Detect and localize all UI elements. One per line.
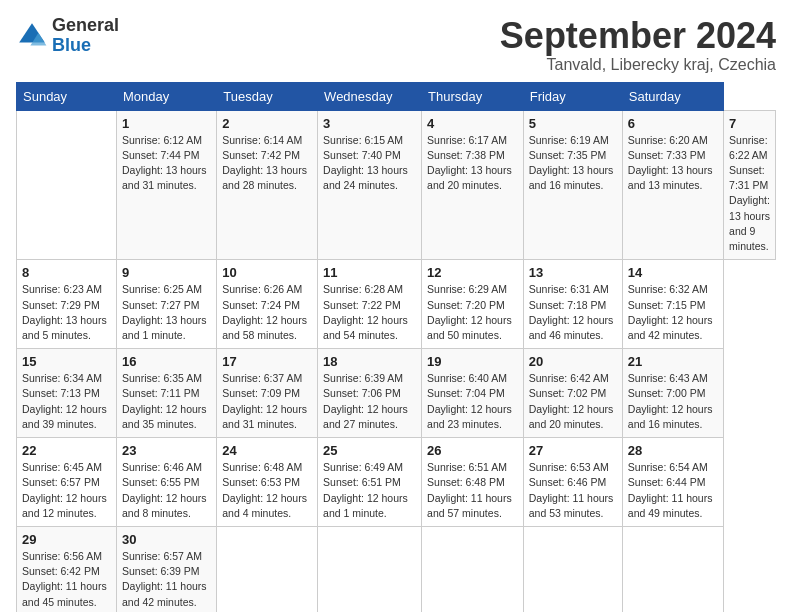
calendar-cell: 20Sunrise: 6:42 AMSunset: 7:02 PMDayligh…	[523, 349, 622, 438]
calendar-cell: 9Sunrise: 6:25 AMSunset: 7:27 PMDaylight…	[116, 260, 216, 349]
day-info: Sunrise: 6:45 AMSunset: 6:57 PMDaylight:…	[22, 460, 111, 521]
calendar-cell	[523, 526, 622, 612]
calendar-cell: 14Sunrise: 6:32 AMSunset: 7:15 PMDayligh…	[622, 260, 723, 349]
day-number: 6	[628, 116, 718, 131]
day-number: 3	[323, 116, 416, 131]
day-number: 23	[122, 443, 211, 458]
calendar-cell	[217, 526, 318, 612]
calendar-cell: 1Sunrise: 6:12 AMSunset: 7:44 PMDaylight…	[116, 110, 216, 260]
header-monday: Monday	[116, 82, 216, 110]
header-thursday: Thursday	[422, 82, 524, 110]
calendar-cell: 16Sunrise: 6:35 AMSunset: 7:11 PMDayligh…	[116, 349, 216, 438]
calendar-cell: 6Sunrise: 6:20 AMSunset: 7:33 PMDaylight…	[622, 110, 723, 260]
calendar-cell: 11Sunrise: 6:28 AMSunset: 7:22 PMDayligh…	[318, 260, 422, 349]
location: Tanvald, Liberecky kraj, Czechia	[500, 56, 776, 74]
calendar-cell	[622, 526, 723, 612]
calendar-cell: 8Sunrise: 6:23 AMSunset: 7:29 PMDaylight…	[17, 260, 117, 349]
calendar-cell: 22Sunrise: 6:45 AMSunset: 6:57 PMDayligh…	[17, 438, 117, 527]
week-row-3: 22Sunrise: 6:45 AMSunset: 6:57 PMDayligh…	[17, 438, 776, 527]
header-sunday: Sunday	[17, 82, 117, 110]
day-number: 20	[529, 354, 617, 369]
logo-blue: Blue	[52, 36, 119, 56]
day-number: 10	[222, 265, 312, 280]
day-number: 19	[427, 354, 518, 369]
calendar-cell: 25Sunrise: 6:49 AMSunset: 6:51 PMDayligh…	[318, 438, 422, 527]
day-info: Sunrise: 6:49 AMSunset: 6:51 PMDaylight:…	[323, 460, 416, 521]
day-number: 2	[222, 116, 312, 131]
day-info: Sunrise: 6:56 AMSunset: 6:42 PMDaylight:…	[22, 549, 111, 610]
calendar-cell: 7Sunrise: 6:22 AMSunset: 7:31 PMDaylight…	[724, 110, 776, 260]
calendar-cell: 29Sunrise: 6:56 AMSunset: 6:42 PMDayligh…	[17, 526, 117, 612]
day-info: Sunrise: 6:46 AMSunset: 6:55 PMDaylight:…	[122, 460, 211, 521]
calendar-cell: 2Sunrise: 6:14 AMSunset: 7:42 PMDaylight…	[217, 110, 318, 260]
header-friday: Friday	[523, 82, 622, 110]
calendar-cell: 3Sunrise: 6:15 AMSunset: 7:40 PMDaylight…	[318, 110, 422, 260]
logo-general: General	[52, 16, 119, 36]
calendar-cell: 12Sunrise: 6:29 AMSunset: 7:20 PMDayligh…	[422, 260, 524, 349]
calendar-cell: 13Sunrise: 6:31 AMSunset: 7:18 PMDayligh…	[523, 260, 622, 349]
logo-text: General Blue	[52, 16, 119, 56]
day-info: Sunrise: 6:37 AMSunset: 7:09 PMDaylight:…	[222, 371, 312, 432]
logo: General Blue	[16, 16, 119, 56]
day-number: 28	[628, 443, 718, 458]
day-info: Sunrise: 6:19 AMSunset: 7:35 PMDaylight:…	[529, 133, 617, 194]
logo-icon	[16, 20, 48, 52]
day-number: 24	[222, 443, 312, 458]
day-info: Sunrise: 6:20 AMSunset: 7:33 PMDaylight:…	[628, 133, 718, 194]
day-number: 4	[427, 116, 518, 131]
title-block: September 2024 Tanvald, Liberecky kraj, …	[500, 16, 776, 74]
header-wednesday: Wednesday	[318, 82, 422, 110]
calendar-cell: 15Sunrise: 6:34 AMSunset: 7:13 PMDayligh…	[17, 349, 117, 438]
week-row-4: 29Sunrise: 6:56 AMSunset: 6:42 PMDayligh…	[17, 526, 776, 612]
day-number: 29	[22, 532, 111, 547]
calendar-cell: 4Sunrise: 6:17 AMSunset: 7:38 PMDaylight…	[422, 110, 524, 260]
day-number: 12	[427, 265, 518, 280]
calendar-cell	[17, 110, 117, 260]
day-info: Sunrise: 6:35 AMSunset: 7:11 PMDaylight:…	[122, 371, 211, 432]
header-saturday: Saturday	[622, 82, 723, 110]
day-info: Sunrise: 6:23 AMSunset: 7:29 PMDaylight:…	[22, 282, 111, 343]
day-info: Sunrise: 6:43 AMSunset: 7:00 PMDaylight:…	[628, 371, 718, 432]
week-row-2: 15Sunrise: 6:34 AMSunset: 7:13 PMDayligh…	[17, 349, 776, 438]
calendar-cell: 28Sunrise: 6:54 AMSunset: 6:44 PMDayligh…	[622, 438, 723, 527]
page-header: General Blue September 2024 Tanvald, Lib…	[16, 16, 776, 74]
day-number: 9	[122, 265, 211, 280]
day-number: 25	[323, 443, 416, 458]
month-year: September 2024	[500, 16, 776, 56]
calendar-cell: 27Sunrise: 6:53 AMSunset: 6:46 PMDayligh…	[523, 438, 622, 527]
calendar-cell: 17Sunrise: 6:37 AMSunset: 7:09 PMDayligh…	[217, 349, 318, 438]
day-info: Sunrise: 6:48 AMSunset: 6:53 PMDaylight:…	[222, 460, 312, 521]
header-row: SundayMondayTuesdayWednesdayThursdayFrid…	[17, 82, 776, 110]
calendar-cell	[318, 526, 422, 612]
day-info: Sunrise: 6:29 AMSunset: 7:20 PMDaylight:…	[427, 282, 518, 343]
day-info: Sunrise: 6:57 AMSunset: 6:39 PMDaylight:…	[122, 549, 211, 610]
day-number: 7	[729, 116, 770, 131]
day-number: 13	[529, 265, 617, 280]
day-number: 5	[529, 116, 617, 131]
week-row-0: 1Sunrise: 6:12 AMSunset: 7:44 PMDaylight…	[17, 110, 776, 260]
day-info: Sunrise: 6:25 AMSunset: 7:27 PMDaylight:…	[122, 282, 211, 343]
day-number: 27	[529, 443, 617, 458]
day-info: Sunrise: 6:51 AMSunset: 6:48 PMDaylight:…	[427, 460, 518, 521]
day-number: 17	[222, 354, 312, 369]
day-number: 22	[22, 443, 111, 458]
day-info: Sunrise: 6:42 AMSunset: 7:02 PMDaylight:…	[529, 371, 617, 432]
day-info: Sunrise: 6:40 AMSunset: 7:04 PMDaylight:…	[427, 371, 518, 432]
day-number: 15	[22, 354, 111, 369]
day-info: Sunrise: 6:14 AMSunset: 7:42 PMDaylight:…	[222, 133, 312, 194]
day-number: 11	[323, 265, 416, 280]
calendar-cell: 21Sunrise: 6:43 AMSunset: 7:00 PMDayligh…	[622, 349, 723, 438]
calendar-cell: 24Sunrise: 6:48 AMSunset: 6:53 PMDayligh…	[217, 438, 318, 527]
day-info: Sunrise: 6:17 AMSunset: 7:38 PMDaylight:…	[427, 133, 518, 194]
day-number: 8	[22, 265, 111, 280]
calendar-cell: 18Sunrise: 6:39 AMSunset: 7:06 PMDayligh…	[318, 349, 422, 438]
day-number: 14	[628, 265, 718, 280]
calendar-cell: 30Sunrise: 6:57 AMSunset: 6:39 PMDayligh…	[116, 526, 216, 612]
week-row-1: 8Sunrise: 6:23 AMSunset: 7:29 PMDaylight…	[17, 260, 776, 349]
day-info: Sunrise: 6:28 AMSunset: 7:22 PMDaylight:…	[323, 282, 416, 343]
day-info: Sunrise: 6:54 AMSunset: 6:44 PMDaylight:…	[628, 460, 718, 521]
day-info: Sunrise: 6:12 AMSunset: 7:44 PMDaylight:…	[122, 133, 211, 194]
day-number: 30	[122, 532, 211, 547]
day-info: Sunrise: 6:31 AMSunset: 7:18 PMDaylight:…	[529, 282, 617, 343]
calendar-cell: 23Sunrise: 6:46 AMSunset: 6:55 PMDayligh…	[116, 438, 216, 527]
